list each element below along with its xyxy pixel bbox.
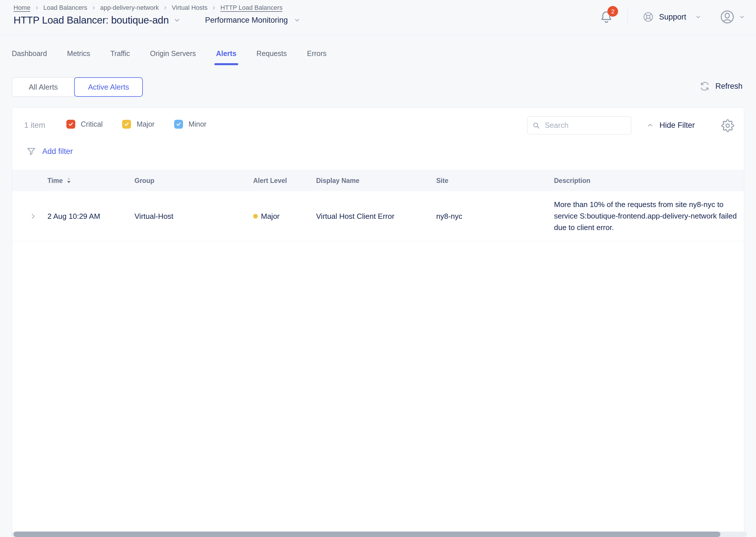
column-header-group: Group xyxy=(134,177,154,185)
alerts-view-toggle: All Alerts Active Alerts xyxy=(12,77,143,97)
sort-icon xyxy=(67,177,71,184)
column-header-description: Description xyxy=(554,177,591,185)
cell-display-name: Virtual Host Client Error xyxy=(316,212,394,221)
hide-filter-label: Hide Filter xyxy=(659,121,695,130)
title-dropdown-chevron-icon[interactable] xyxy=(173,17,181,24)
table-row[interactable]: 2 Aug 10:29 AM Virtual-Host Major Virtua… xyxy=(12,191,744,241)
chevron-down-icon xyxy=(739,14,745,20)
cell-group: Virtual-Host xyxy=(134,212,173,221)
breadcrumb-http-load-balancers-link[interactable]: HTTP Load Balancers xyxy=(220,4,283,12)
cell-time: 2 Aug 10:29 AM xyxy=(47,212,100,221)
severity-label: Minor xyxy=(189,120,206,128)
horizontal-scrollbar-track[interactable] xyxy=(12,531,747,537)
app-header: Home Load Balancers app-delivery-network… xyxy=(0,0,756,35)
column-header-time-label: Time xyxy=(47,177,63,185)
notification-count-badge: 2 xyxy=(607,6,618,17)
chevron-right-icon xyxy=(212,6,216,10)
breadcrumb-virtual-hosts[interactable]: Virtual Hosts xyxy=(172,4,207,12)
tab-dashboard[interactable]: Dashboard xyxy=(12,49,47,65)
severity-label: Major xyxy=(137,120,155,128)
user-avatar-icon xyxy=(719,9,735,25)
severity-filter-major[interactable]: Major xyxy=(122,120,155,129)
major-checkbox[interactable] xyxy=(122,120,131,129)
search-icon xyxy=(532,121,540,130)
add-filter-button[interactable]: Add filter xyxy=(26,146,73,157)
chevron-right-icon xyxy=(163,6,167,10)
search-input[interactable] xyxy=(544,121,626,130)
add-filter-label: Add filter xyxy=(42,147,73,156)
minor-checkbox[interactable] xyxy=(174,120,183,129)
search-box xyxy=(527,116,631,134)
cell-site: ny8-nyc xyxy=(436,212,462,221)
severity-filters: Critical Major Minor xyxy=(67,120,206,129)
funnel-icon xyxy=(26,146,36,157)
check-icon xyxy=(124,121,129,127)
tab-requests[interactable]: Requests xyxy=(257,49,287,65)
refresh-button[interactable]: Refresh xyxy=(700,81,742,91)
cell-description: More than 10% of the requests from site … xyxy=(554,199,748,233)
tab-errors[interactable]: Errors xyxy=(307,49,327,65)
view-selector-label: Performance Monitoring xyxy=(205,16,288,25)
hide-filter-button[interactable]: Hide Filter xyxy=(646,121,695,130)
breadcrumb: Home Load Balancers app-delivery-network… xyxy=(14,4,283,12)
cell-alert-level: Major xyxy=(261,212,280,221)
all-alerts-button[interactable]: All Alerts xyxy=(12,77,75,97)
notifications-button[interactable]: 2 xyxy=(599,10,613,24)
chevron-up-icon xyxy=(646,122,654,129)
breadcrumb-load-balancers[interactable]: Load Balancers xyxy=(43,4,87,12)
section-tabs: Dashboard Metrics Traffic Origin Servers… xyxy=(12,49,327,65)
chevron-right-icon xyxy=(35,6,39,10)
column-header-time[interactable]: Time xyxy=(47,177,71,185)
life-buoy-icon xyxy=(643,11,654,23)
chevron-right-icon xyxy=(92,6,96,10)
column-header-display-name: Display Name xyxy=(316,177,359,185)
critical-checkbox[interactable] xyxy=(67,120,75,129)
item-count: 1 item xyxy=(24,121,45,130)
tab-alerts[interactable]: Alerts xyxy=(216,49,237,65)
header-divider xyxy=(627,9,628,25)
severity-filter-critical[interactable]: Critical xyxy=(67,120,103,129)
severity-filter-minor[interactable]: Minor xyxy=(174,120,206,129)
check-icon xyxy=(68,121,73,127)
account-menu[interactable] xyxy=(719,9,745,25)
support-label: Support xyxy=(659,13,686,21)
tab-metrics[interactable]: Metrics xyxy=(67,49,90,65)
refresh-label: Refresh xyxy=(715,82,742,91)
view-selector-dropdown[interactable]: Performance Monitoring xyxy=(205,16,300,25)
header-actions: 2 Support xyxy=(599,9,745,25)
gear-icon xyxy=(721,119,734,132)
support-menu[interactable]: Support xyxy=(643,11,701,23)
alert-level-dot xyxy=(253,214,258,219)
row-expand-chevron-icon[interactable] xyxy=(29,213,37,220)
breadcrumb-home-link[interactable]: Home xyxy=(14,4,30,12)
check-icon xyxy=(176,121,181,127)
horizontal-scrollbar-thumb[interactable] xyxy=(14,531,720,537)
table-header-row: Time Group Alert Level Display Name Site… xyxy=(12,170,744,191)
breadcrumb-app-delivery-network[interactable]: app-delivery-network xyxy=(100,4,159,12)
page: Home Load Balancers app-delivery-network… xyxy=(0,0,756,537)
tab-origin-servers[interactable]: Origin Servers xyxy=(150,49,196,65)
refresh-icon xyxy=(700,81,710,91)
column-header-site: Site xyxy=(436,177,448,185)
chevron-down-icon xyxy=(294,17,300,23)
active-alerts-button[interactable]: Active Alerts xyxy=(74,77,143,97)
chevron-down-icon xyxy=(695,14,701,20)
tab-traffic[interactable]: Traffic xyxy=(111,49,130,65)
severity-label: Critical xyxy=(81,120,103,128)
table-settings-button[interactable] xyxy=(721,119,734,132)
column-header-alert-level: Alert Level xyxy=(253,177,287,185)
page-title: HTTP Load Balancer: boutique-adn xyxy=(14,14,169,26)
title-row: HTTP Load Balancer: boutique-adn Perform… xyxy=(14,14,300,26)
alerts-card: 1 item Critical Major Minor xyxy=(12,107,744,537)
